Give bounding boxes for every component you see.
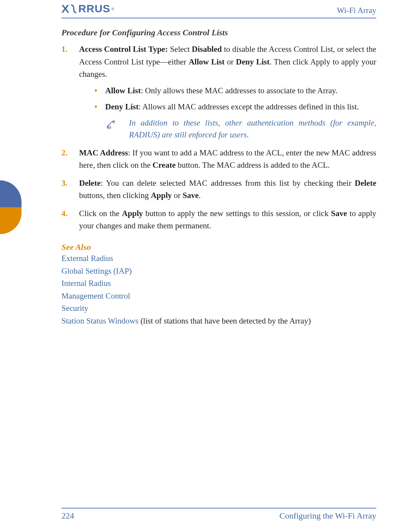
text: : Only allows these MAC addresses to ass…	[141, 86, 337, 95]
note-block: In addition to these lists, other authen…	[107, 117, 376, 141]
page-content: X RRUS ® Wi-Fi Array Procedure for Confi…	[61, 0, 376, 327]
step-lead: Access Control List Type:	[79, 45, 168, 54]
note-text: In addition to these lists, other authen…	[129, 117, 376, 141]
sub-item-allow: • Allow List: Only allows these MAC addr…	[94, 84, 376, 97]
text: buttons, then clicking	[79, 191, 151, 200]
see-also-tail-text: (list of stations that have been detecte…	[139, 316, 311, 325]
header-product-name: Wi-Fi Array	[337, 6, 376, 15]
text: : Allows all MAC addresses except the ad…	[139, 102, 359, 111]
see-also-link-internal-radius[interactable]: Internal Radius	[61, 277, 376, 290]
text: Click on the	[79, 209, 122, 218]
bold-text: Allow List	[105, 86, 141, 95]
logo-mark: X	[61, 2, 69, 15]
step-lead: MAC Address	[79, 148, 128, 157]
see-also-line-station: Station Status Windows (list of stations…	[61, 315, 376, 327]
see-also-link-management-control[interactable]: Management Control	[61, 290, 376, 302]
see-also-link-external-radius[interactable]: External Radius	[61, 252, 376, 265]
footer-section-title: Configuring the Wi-Fi Array	[279, 511, 376, 521]
section-heading: Procedure for Configuring Access Control…	[61, 28, 376, 38]
step-number: 3.	[61, 177, 74, 190]
bold-text: Delete	[355, 178, 376, 188]
step-number: 2.	[61, 147, 74, 159]
step-3: 3. Delete: You can delete selected MAC a…	[79, 177, 376, 202]
bold-text: Apply	[122, 209, 143, 218]
logo-registered: ®	[111, 7, 114, 11]
see-also-link-global-settings[interactable]: Global Settings (IAP)	[61, 265, 376, 277]
logo-wave-icon	[70, 4, 78, 14]
bold-text: Create	[152, 160, 175, 170]
bold-text: Apply	[151, 191, 172, 200]
step-lead: Delete	[79, 178, 101, 188]
text: Select	[168, 45, 192, 54]
text: or	[172, 191, 183, 200]
bold-text: Save	[183, 191, 199, 200]
sub-item-deny: • Deny List: Allows all MAC addresses ex…	[94, 101, 376, 113]
step-1: 1. Access Control List Type: Select Disa…	[79, 43, 376, 141]
step-2: 2. MAC Address: If you want to add a MAC…	[79, 147, 376, 172]
text: : You can delete selected MAC addresses …	[101, 178, 355, 188]
bullet-icon: •	[94, 101, 97, 113]
bullet-icon: •	[94, 84, 97, 97]
tab-bottom-color	[0, 207, 21, 234]
see-also-link-security[interactable]: Security	[61, 302, 376, 315]
text: .	[199, 191, 201, 200]
page-number: 224	[61, 511, 74, 521]
see-also-heading: See Also	[61, 242, 376, 252]
footer-bar: 224 Configuring the Wi-Fi Array	[61, 508, 376, 521]
note-hand-icon	[107, 119, 120, 133]
step-4: 4. Click on the Apply button to apply th…	[79, 207, 376, 232]
bold-text: Deny List	[236, 57, 270, 66]
brand-logo: X RRUS ®	[61, 2, 114, 15]
section-tab	[0, 180, 21, 234]
bold-text: Allow List	[189, 57, 225, 66]
bold-text: Disabled	[192, 45, 222, 54]
step-number: 4.	[61, 207, 74, 220]
bold-text: Deny List	[105, 102, 139, 111]
bold-text: Save	[331, 209, 347, 218]
header-bar: X RRUS ® Wi-Fi Array	[61, 0, 376, 18]
tab-top-color	[0, 180, 21, 207]
see-also-link-station-status[interactable]: Station Status Windows	[61, 316, 139, 325]
text: button. The MAC address is added to the …	[176, 160, 330, 170]
procedure-list: 1. Access Control List Type: Select Disa…	[61, 43, 376, 232]
sub-list: • Allow List: Only allows these MAC addr…	[94, 84, 376, 113]
text: or	[225, 57, 236, 66]
logo-text: RRUS	[78, 3, 110, 15]
text: button to apply the new settings to this…	[143, 209, 331, 218]
step-number: 1.	[61, 43, 74, 56]
